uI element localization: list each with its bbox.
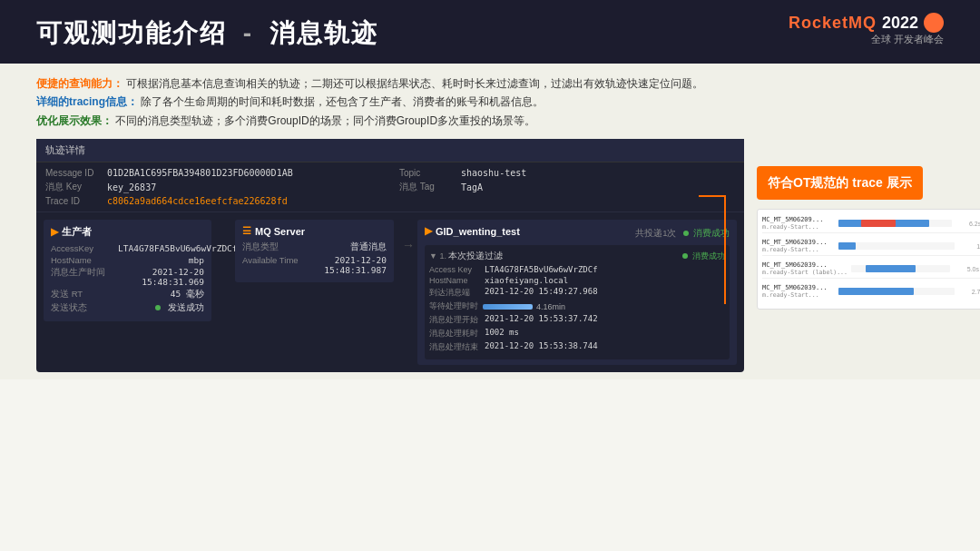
trace-info-key: 消息 Key key_26837 — [45, 181, 381, 193]
trace-panel: 轨迹详情 Message ID 01D2BA1C695FBA394801D23F… — [36, 139, 744, 372]
trace-section-title: 轨迹详情 — [36, 139, 744, 162]
trace-row-4: MC_MT_5M062039... m.ready-Start... 2.7s … — [762, 282, 980, 300]
slide: 可观测功能介绍 - 消息轨迹 RocketMQ 2022 全球 开发者峰会 便捷… — [0, 0, 980, 551]
ot-trace-image: MC_MT_5M06209... m.ready-Start... 6.2s S… — [757, 209, 980, 310]
trace-row-3: MC_MT_5M062039... m.ready-Start (label).… — [762, 260, 980, 279]
consumer-icon: ▶ — [425, 225, 432, 237]
arrow-mq-to-consumer: → — [399, 220, 417, 252]
mq-server-title: ☰ MQ Server — [242, 225, 387, 237]
diagram-area: 轨迹详情 Message ID 01D2BA1C695FBA394801D23F… — [0, 139, 980, 379]
waiting-time-bar: 等待处理时时 4.16min — [429, 300, 725, 312]
bullet-3: 优化展示效果： 不同的消息类型轨迹；多个消费GroupID的场景；同个消费Gro… — [36, 112, 944, 130]
annotation-box: 符合OT规范的 trace 展示 — [757, 166, 923, 200]
producer-icon: ▶ — [51, 226, 58, 238]
annotation-area: 符合OT规范的 trace 展示 MC_MT_5M06209... m.read… — [757, 139, 980, 372]
mq-server-icon: ☰ — [242, 225, 251, 237]
trace-info-tag: 消息 Tag TagA — [399, 181, 735, 193]
producer-title: ▶ 生产者 — [51, 225, 204, 239]
consumer-header: ▶ GID_wenting_test 共投递1次 消费成功 — [425, 225, 730, 241]
trace-info-grid: Message ID 01D2BA1C695FBA394801D23FD6000… — [36, 162, 744, 212]
consumer-sub-status-dot — [682, 253, 688, 259]
mq-server-node: ☰ MQ Server 消息类型 普通消息 Available Time 202… — [235, 220, 394, 282]
trace-info-trace-id: Trace ID c8062a9ad664cdce16eefcfae226628… — [45, 196, 381, 206]
producer-node: ▶ 生产者 AccessKey LTA4G78FA5BvU6w6wVrZDCf … — [44, 220, 211, 321]
consumer-node: ▶ GID_wenting_test 共投递1次 消费成功 — [417, 220, 737, 365]
content-area: 便捷的查询能力： 可根据消息基本信息查询相关的轨迹；二期还可以根据结果状态、耗时… — [0, 64, 980, 139]
trace-row-2: MC_MT_5M062039... m.ready-Start... 1s A&… — [762, 237, 980, 256]
brand-area: RocketMQ 2022 全球 开发者峰会 — [789, 13, 944, 45]
status-dot-icon — [155, 305, 161, 310]
bullet-1: 便捷的查询能力： 可根据消息基本信息查询相关的轨迹；二期还可以根据结果状态、耗时… — [36, 74, 944, 93]
header-area: 可观测功能介绍 - 消息轨迹 RocketMQ 2022 全球 开发者峰会 — [0, 0, 980, 64]
nodes-row: ▶ 生产者 AccessKey LTA4G78FA5BvU6w6wVrZDCf … — [36, 212, 744, 372]
consumer-status-dot — [683, 231, 689, 236]
brand-circle-icon — [924, 13, 944, 33]
bullet-2: 详细的tracing信息： 除了各个生命周期的时间和耗时数据，还包含了生产者、消… — [36, 93, 944, 111]
trace-info-message-id: Message ID 01D2BA1C695FBA394801D23FD6000… — [45, 168, 381, 178]
trace-row-1: MC_MT_5M06209... m.ready-Start... 6.2s S… — [762, 214, 980, 233]
consumer-sub-item: ▼ 1. 本次投递过滤 消费成功 Access Key LTA4G78FA5Bv… — [425, 245, 730, 359]
progress-bar — [483, 304, 533, 310]
trace-info-topic: Topic shaoshu-test — [399, 168, 735, 178]
